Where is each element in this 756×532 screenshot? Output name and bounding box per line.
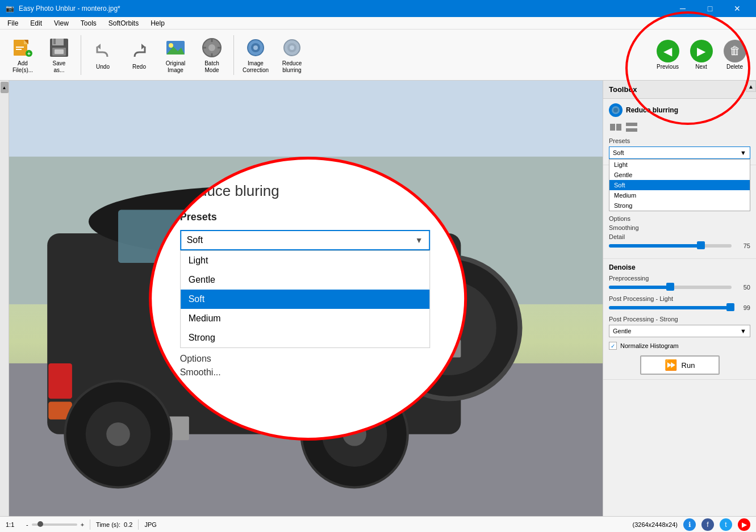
normalize-checkbox[interactable]: ✓ bbox=[609, 342, 617, 350]
preset-option-medium[interactable]: Medium bbox=[609, 190, 750, 200]
original-image-icon bbox=[164, 36, 187, 59]
menu-view[interactable]: View bbox=[49, 18, 73, 28]
overlay-option-light[interactable]: Light bbox=[181, 251, 429, 270]
file-format: JPG bbox=[144, 521, 156, 528]
menu-softorbits[interactable]: SoftOrbits bbox=[104, 18, 143, 28]
image-correction-button[interactable]: ImageCorrection bbox=[239, 33, 273, 77]
main-area: Reduce bluring Presets Soft ▼ Light Gent… bbox=[0, 81, 756, 516]
youtube-icon: ▶ bbox=[742, 521, 747, 529]
twitter-icon: t bbox=[725, 521, 726, 529]
nav-buttons: ◀ Previous ▶ Next 🗑 Delete bbox=[652, 33, 750, 77]
detail-slider-thumb[interactable] bbox=[697, 241, 705, 249]
run-button[interactable]: ⏩ Run bbox=[640, 355, 720, 375]
reduce-blurring-label: Reduceblurring bbox=[282, 60, 302, 74]
zoom-plus-icon[interactable]: + bbox=[81, 521, 84, 528]
redo-button[interactable]: Redo bbox=[122, 33, 156, 77]
reduce-blurring-section-title: Reduce blurring bbox=[626, 106, 678, 114]
undo-label: Undo bbox=[96, 64, 110, 70]
image-area[interactable]: Reduce bluring Presets Soft ▼ Light Gent… bbox=[0, 81, 603, 516]
menu-edit[interactable]: Edit bbox=[26, 18, 47, 28]
post-strong-label: Post Processing - Strong bbox=[609, 316, 750, 322]
app-logo-icon: 📷 bbox=[6, 5, 14, 12]
zoom-thumb[interactable] bbox=[37, 521, 43, 527]
delete-label: Delete bbox=[726, 64, 743, 70]
image-correction-label: ImageCorrection bbox=[243, 60, 269, 74]
preprocessing-slider-fill bbox=[609, 286, 670, 289]
svg-rect-53 bbox=[626, 123, 637, 126]
title-bar-left: 📷 Easy Photo Unblur - montero.jpg* bbox=[6, 5, 120, 12]
post-strong-select[interactable]: Gentle ▼ bbox=[609, 325, 750, 337]
menu-tools[interactable]: Tools bbox=[76, 18, 101, 28]
undo-button[interactable]: Undo bbox=[86, 33, 120, 77]
reduce-blurring-section-icon bbox=[609, 103, 623, 117]
next-button[interactable]: ▶ Next bbox=[686, 33, 717, 77]
overlay-preset-select[interactable]: Soft ▼ bbox=[180, 230, 430, 250]
facebook-button[interactable]: f bbox=[701, 518, 714, 531]
svg-point-13 bbox=[169, 43, 173, 48]
overlay-presets-label: Presets bbox=[180, 211, 436, 223]
denoise-section: Denoise Preprocessing 50 Post Processing… bbox=[603, 259, 756, 380]
overlay-option-gentle[interactable]: Gentle bbox=[181, 270, 429, 290]
detail-slider[interactable] bbox=[609, 244, 732, 248]
minimize-button[interactable]: ─ bbox=[670, 0, 696, 17]
post-light-slider[interactable] bbox=[609, 306, 732, 309]
status-divider-1 bbox=[90, 520, 90, 530]
add-file-icon: + bbox=[11, 36, 34, 59]
image-correction-icon bbox=[244, 36, 267, 59]
vertical-scrollbar[interactable]: ▲ bbox=[0, 81, 9, 516]
tool-icon-1 bbox=[609, 120, 623, 134]
youtube-button[interactable]: ▶ bbox=[738, 518, 750, 531]
add-file-button[interactable]: + AddFile(s)... bbox=[6, 33, 40, 77]
status-divider-2 bbox=[138, 520, 139, 530]
zoom-minus-icon[interactable]: - bbox=[26, 521, 28, 528]
smoothing-label: Smoothing bbox=[609, 224, 750, 231]
original-image-label: OriginalImage bbox=[166, 60, 185, 74]
run-label: Run bbox=[682, 361, 695, 370]
save-as-label: Saveas... bbox=[53, 60, 66, 74]
maximize-button[interactable]: □ bbox=[697, 0, 723, 17]
overlay-option-soft[interactable]: Soft bbox=[181, 290, 429, 309]
run-button-container: ⏩ Run bbox=[609, 355, 750, 375]
overlay-dropdown-arrow-icon: ▼ bbox=[415, 236, 423, 245]
delete-button[interactable]: 🗑 Delete bbox=[719, 33, 750, 77]
preset-option-light[interactable]: Light bbox=[609, 160, 750, 170]
preset-option-soft[interactable]: Soft bbox=[609, 180, 750, 190]
menu-file[interactable]: File bbox=[3, 18, 23, 28]
presets-dropdown: Soft ▼ Light Gentle Soft Medium Strong bbox=[609, 146, 750, 159]
info-button[interactable]: ℹ bbox=[683, 518, 696, 531]
reduce-blurring-button[interactable]: Reduceblurring bbox=[275, 33, 309, 77]
batch-mode-button[interactable]: BatchMode bbox=[195, 33, 229, 77]
reduce-blurring-header: Reduce blurring bbox=[609, 103, 750, 117]
batch-mode-label: BatchMode bbox=[204, 60, 219, 74]
zoom-slider[interactable] bbox=[32, 523, 77, 526]
normalize-histogram-row: ✓ Normalize Histogram bbox=[609, 342, 750, 350]
next-label: Next bbox=[695, 64, 707, 70]
post-light-slider-thumb[interactable] bbox=[726, 303, 734, 311]
svg-rect-54 bbox=[626, 128, 637, 132]
svg-point-26 bbox=[290, 45, 294, 50]
preset-option-gentle[interactable]: Gentle bbox=[609, 170, 750, 180]
save-as-button[interactable]: Saveas... bbox=[42, 33, 76, 77]
toolbox-scroll-up[interactable]: ▲ bbox=[746, 81, 756, 92]
detail-slider-fill bbox=[609, 244, 701, 248]
preprocessing-slider[interactable] bbox=[609, 286, 732, 289]
close-button[interactable]: ✕ bbox=[724, 0, 750, 17]
original-image-button[interactable]: OriginalImage bbox=[158, 33, 193, 77]
scroll-up-arrow[interactable]: ▲ bbox=[1, 82, 9, 93]
undo-icon bbox=[91, 40, 114, 62]
svg-rect-51 bbox=[616, 124, 621, 127]
previous-button[interactable]: ◀ Previous bbox=[652, 33, 683, 77]
overlay-option-medium[interactable]: Medium bbox=[181, 309, 429, 328]
zoom-section: 1:1 - + bbox=[6, 521, 84, 528]
svg-rect-50 bbox=[610, 127, 615, 131]
toolbar-divider-1 bbox=[81, 35, 81, 75]
twitter-button[interactable]: t bbox=[720, 518, 732, 531]
reduce-blurring-icon bbox=[281, 36, 303, 59]
preprocessing-slider-thumb[interactable] bbox=[666, 283, 674, 291]
presets-select[interactable]: Soft ▼ bbox=[609, 146, 750, 159]
detail-label: Detail bbox=[609, 233, 750, 240]
preset-option-strong[interactable]: Strong bbox=[609, 200, 750, 211]
overlay-option-strong[interactable]: Strong bbox=[181, 328, 429, 347]
menu-help[interactable]: Help bbox=[146, 18, 169, 28]
title-bar: 📷 Easy Photo Unblur - montero.jpg* ─ □ ✕ bbox=[0, 0, 756, 17]
